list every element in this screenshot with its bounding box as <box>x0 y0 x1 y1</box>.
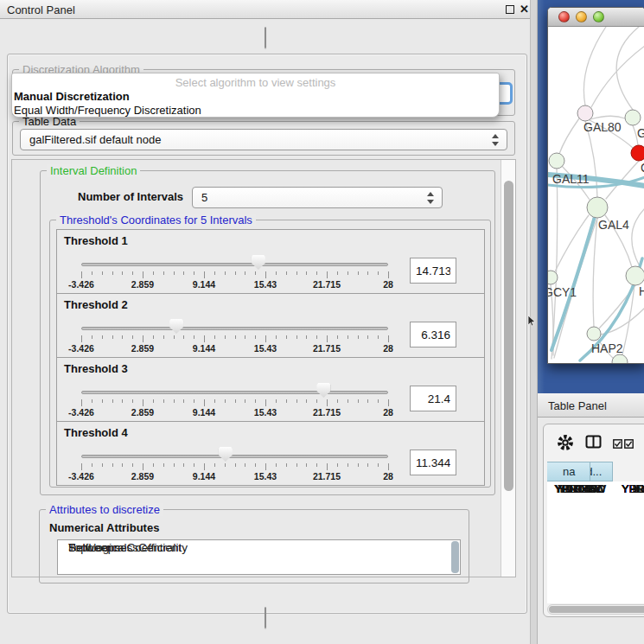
tab-infer-network[interactable]: Infer Network <box>265 608 266 621</box>
threshold-value-input[interactable] <box>410 386 456 411</box>
table-cell-name[interactable]: YIL0 <box>622 481 644 496</box>
column-header-name[interactable]: na <box>547 462 590 481</box>
slider-tick <box>327 271 328 278</box>
slider-tick <box>348 463 348 467</box>
table-cell-shared-name[interactable]: YIL052C <box>547 481 613 496</box>
tab-network[interactable]: Network <box>265 28 266 41</box>
tab-cyni-toolbox[interactable]: Cyni Toolbox <box>265 28 266 41</box>
network-node-label: GA <box>637 126 644 140</box>
numerical-attributes-list[interactable]: SelfLoopsTopologicalCoefficientBetweenne… <box>57 539 461 575</box>
slider-tick <box>92 399 92 403</box>
tab-style[interactable]: Style <box>265 28 266 41</box>
network-edge <box>583 27 606 105</box>
slider-tick <box>255 335 256 339</box>
table-panel-titlebar: Table Panel <box>538 393 644 418</box>
slider-tick <box>112 271 113 275</box>
algorithm-option-equal-width[interactable]: Equal Width/Frequency Discretization <box>14 104 201 117</box>
network-node[interactable] <box>577 105 593 121</box>
tab-select[interactable]: Select <box>265 28 266 41</box>
algorithm-option-manual[interactable]: Manual Discretization <box>14 90 130 103</box>
threshold-stack: Threshold 1 -3.4262.8599.14415.4321.7152… <box>56 229 486 487</box>
checkbox-icon[interactable] <box>624 439 634 449</box>
threshold-slider[interactable]: -3.4262.8599.14415.4321.71528 <box>57 230 403 295</box>
threshold-value-input[interactable] <box>410 450 456 475</box>
slider-track[interactable] <box>81 391 388 394</box>
network-node[interactable] <box>548 271 558 284</box>
table-toolbar <box>544 424 644 462</box>
slider-thumb-icon[interactable] <box>219 447 233 462</box>
attribute-list-item[interactable]: BetweennessCentrality <box>58 542 188 555</box>
slider-tick <box>122 463 123 467</box>
slider-tick <box>296 271 297 275</box>
network-node-label: C <box>641 161 644 175</box>
slider-tick <box>348 335 348 339</box>
vertical-scrollbar-thumb[interactable] <box>504 181 513 491</box>
slider-tick <box>102 463 103 467</box>
float-window-icon[interactable] <box>506 5 514 14</box>
threshold-slider[interactable]: -3.4262.8599.14415.4321.71528 <box>57 358 403 423</box>
close-icon[interactable]: ✕ <box>520 3 529 16</box>
slider-tick-label: 15.43 <box>254 343 277 354</box>
list-scrollbar-thumb[interactable] <box>451 541 459 573</box>
slider-tick <box>204 335 205 342</box>
split-columns-icon[interactable] <box>585 434 602 450</box>
horizontal-scrollbar-thumb[interactable] <box>549 606 644 613</box>
network-window-titlebar[interactable] <box>548 8 644 27</box>
slider-tick <box>183 271 184 275</box>
threshold-slider[interactable]: -3.4262.8599.14415.4321.71528 <box>57 422 403 487</box>
slider-tick <box>204 399 205 406</box>
slider-tick <box>245 399 245 403</box>
close-traffic-light-icon[interactable] <box>558 11 570 22</box>
slider-tick-label: 2.859 <box>131 279 154 290</box>
slider-tick <box>132 399 133 403</box>
minimize-traffic-light-icon[interactable] <box>576 11 587 22</box>
slider-tick-label: 28 <box>383 343 393 354</box>
network-node[interactable] <box>626 266 644 285</box>
slider-tick <box>235 335 236 339</box>
tab-impute-data[interactable]: Impute Data <box>265 608 266 621</box>
slider-tick <box>183 335 184 339</box>
slider-tick-label: 21.715 <box>313 343 341 354</box>
slider-tick <box>194 399 194 403</box>
tab-jactivemnodules[interactable]: jActiveMNodules <box>265 28 266 41</box>
slider-tick <box>378 399 379 403</box>
gear-icon[interactable] <box>556 433 575 452</box>
horizontal-scrollbar[interactable] <box>547 604 644 615</box>
slider-thumb-icon[interactable] <box>316 383 330 398</box>
checkbox-icon[interactable] <box>613 439 622 449</box>
slider-tick <box>367 399 368 403</box>
network-node[interactable] <box>612 354 628 363</box>
slider-tick-label: 21.715 <box>313 407 341 418</box>
slider-tick-label: 2.859 <box>131 407 154 418</box>
combo-stepper-icon <box>427 191 435 205</box>
network-node[interactable] <box>631 145 644 161</box>
network-node[interactable] <box>625 110 641 125</box>
network-edge <box>593 218 597 327</box>
slider-track[interactable] <box>81 455 388 458</box>
threshold-slider[interactable]: -3.4262.8599.14415.4321.71528 <box>57 294 403 359</box>
slider-tick-label: -3.426 <box>68 471 94 481</box>
network-canvas[interactable]: GAL80GACGAL11GAL4GCY1HHAP2 <box>548 27 644 363</box>
threshold-value-input[interactable] <box>410 258 456 284</box>
slider-tick <box>92 271 92 275</box>
network-node[interactable] <box>587 327 601 341</box>
slider-tick-label: 9.144 <box>193 279 215 290</box>
slider-tick-label: 21.715 <box>313 279 341 290</box>
slider-tick-label: 15.43 <box>254 279 277 290</box>
slider-tick <box>183 463 184 467</box>
slider-thumb-icon[interactable] <box>252 255 265 270</box>
threshold-value-input[interactable] <box>410 322 456 348</box>
tab-discretize-data[interactable]: Discretize Data <box>265 608 266 621</box>
number-of-intervals-combobox[interactable]: 5 <box>192 187 443 208</box>
slider-track[interactable] <box>81 263 388 266</box>
table-data-combobox[interactable]: galFiltered.sif default node <box>20 129 507 150</box>
network-node[interactable] <box>549 153 564 169</box>
slider-tick <box>194 271 194 275</box>
table-row[interactable]: YIL052CYIL0 <box>547 481 644 496</box>
slider-thumb-icon[interactable] <box>169 319 183 334</box>
zoom-traffic-light-icon[interactable] <box>593 11 604 22</box>
vertical-scrollbar[interactable] <box>501 160 515 577</box>
network-node[interactable] <box>587 197 608 218</box>
slider-track[interactable] <box>81 327 388 330</box>
slider-tick-label: 9.144 <box>193 343 215 354</box>
